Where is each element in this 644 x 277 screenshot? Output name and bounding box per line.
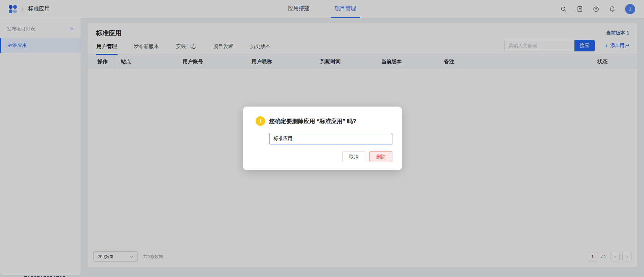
cancel-button[interactable]: 取消 <box>342 151 365 162</box>
dialog-header: ! 您确定要删除应用 “标准应用” 吗? <box>256 116 392 126</box>
warning-icon: ! <box>256 116 265 126</box>
dialog-title: 您确定要删除应用 “标准应用” 吗? <box>269 117 356 125</box>
delete-button[interactable]: 删除 <box>369 151 392 162</box>
confirm-app-name-input[interactable] <box>269 133 392 144</box>
delete-confirm-dialog: ! 您确定要删除应用 “标准应用” 吗? 取消 删除 <box>243 107 402 170</box>
dialog-buttons: 取消 删除 <box>256 151 392 162</box>
